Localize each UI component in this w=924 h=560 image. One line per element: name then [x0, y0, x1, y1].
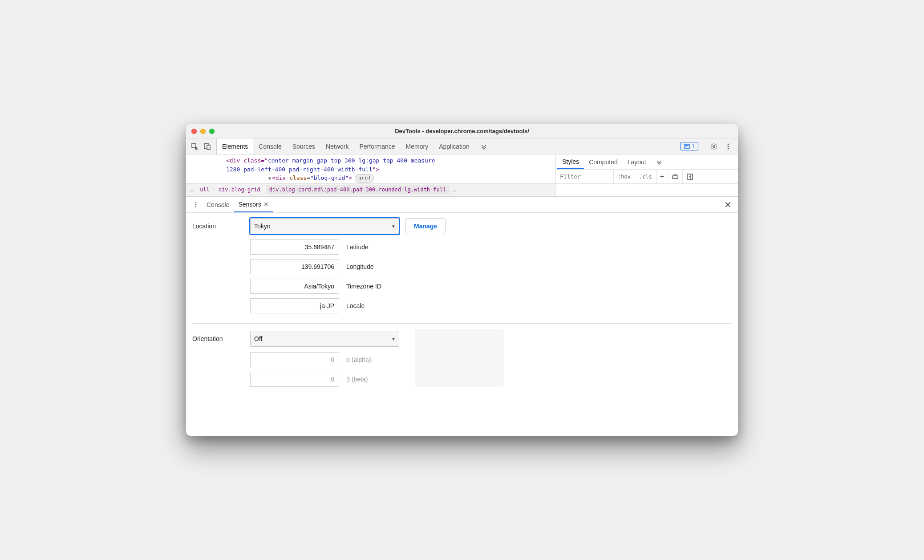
svg-rect-1 — [207, 145, 210, 150]
styles-filter-row: :hov .cls + — [555, 170, 738, 184]
panel-tabs: Elements Console Sources Network Perform… — [217, 138, 493, 154]
timezone-label: Timezone ID — [346, 283, 381, 290]
alpha-label: α (alpha) — [346, 356, 371, 363]
maximize-window-button[interactable] — [209, 129, 215, 134]
flexbox-editor-icon[interactable] — [668, 170, 682, 183]
dom-line1: <div class=" — [226, 157, 268, 164]
tab-layout[interactable]: Layout — [623, 154, 651, 169]
breadcrumb-item[interactable]: div.blog-card.md\:pad-400.pad-300.rounde… — [266, 185, 450, 194]
styles-more-icon[interactable] — [651, 154, 667, 169]
svg-point-6 — [728, 148, 729, 149]
beta-label: β (beta) — [346, 376, 368, 383]
drawer-tab-sensors-label: Sensors — [238, 201, 261, 208]
orientation-select-wrapper: Off ▼ — [250, 331, 399, 347]
inspect-element-icon[interactable] — [189, 140, 201, 153]
close-window-button[interactable] — [191, 129, 197, 134]
titlebar: DevTools - developer.chrome.com/tags/dev… — [186, 124, 738, 138]
issues-count: 1 — [692, 143, 695, 150]
tab-styles[interactable]: Styles — [557, 154, 584, 169]
styles-tabs: Styles Computed Layout — [555, 154, 738, 170]
drawer-tab-sensors[interactable]: Sensors ✕ — [234, 197, 273, 212]
new-style-rule-icon[interactable]: + — [656, 170, 668, 183]
longitude-input[interactable] — [250, 259, 339, 274]
manage-locations-button[interactable]: Manage — [405, 218, 446, 234]
main-split: <div class="center margin gap top 300 lg… — [186, 154, 738, 197]
svg-point-4 — [728, 143, 729, 145]
svg-point-11 — [195, 206, 197, 207]
location-row: Location Tokyo ▼ Manage — [192, 218, 732, 234]
dom-tree[interactable]: <div class="center margin gap top 300 lg… — [186, 154, 555, 183]
tab-application[interactable]: Application — [434, 138, 475, 154]
grid-badge[interactable]: grid — [355, 174, 374, 183]
minimize-window-button[interactable] — [200, 129, 206, 134]
drawer-kebab-icon[interactable] — [190, 199, 202, 211]
tab-elements[interactable]: Elements — [217, 138, 253, 154]
locale-row: Locale — [250, 298, 732, 313]
main-toolbar: Elements Console Sources Network Perform… — [186, 138, 738, 154]
longitude-label: Longitude — [346, 263, 374, 270]
sensors-panel: Location Tokyo ▼ Manage Latitude Longitu… — [186, 213, 738, 436]
location-label: Location — [192, 223, 250, 230]
styles-pane: Styles Computed Layout :hov .cls + — [555, 154, 738, 196]
tab-sources[interactable]: Sources — [287, 138, 320, 154]
drawer-header: Console Sensors ✕ ✕ — [186, 197, 738, 213]
svg-rect-7 — [673, 176, 678, 179]
issues-icon — [684, 143, 690, 150]
hov-button[interactable]: :hov — [613, 170, 635, 183]
tab-memory[interactable]: Memory — [401, 138, 434, 154]
tab-network[interactable]: Network — [320, 138, 354, 154]
latitude-row: Latitude — [250, 239, 732, 255]
styles-filter-input[interactable] — [555, 170, 613, 183]
close-drawer-icon[interactable]: ✕ — [721, 199, 734, 210]
locale-input[interactable] — [250, 298, 339, 313]
tab-performance[interactable]: Performance — [354, 138, 400, 154]
tab-more-icon[interactable] — [475, 138, 493, 154]
drawer-tab-console[interactable]: Console — [202, 197, 234, 212]
beta-input — [250, 372, 339, 387]
breadcrumbs: … ull div.blog-grid div.blog-card.md\:pa… — [186, 183, 555, 196]
location-select[interactable]: Tokyo — [250, 218, 399, 234]
svg-point-10 — [195, 204, 197, 205]
breadcrumb-scroll-left[interactable]: … — [188, 187, 195, 193]
toggle-device-icon[interactable] — [201, 140, 214, 153]
window-title: DevTools - developer.chrome.com/tags/dev… — [186, 128, 738, 134]
kebab-menu-icon[interactable] — [722, 140, 734, 153]
disclosure-triangle-icon[interactable]: ▼ — [268, 176, 271, 181]
breadcrumb-item[interactable]: div.blog-grid — [215, 185, 264, 194]
svg-point-3 — [713, 145, 715, 147]
alpha-input — [250, 352, 339, 367]
svg-point-5 — [728, 146, 729, 147]
settings-icon[interactable] — [708, 140, 720, 153]
issues-badge[interactable]: 1 — [680, 142, 698, 150]
computed-sidebar-icon[interactable] — [682, 170, 697, 183]
svg-rect-2 — [684, 144, 689, 149]
breadcrumb-scroll-right[interactable]: … — [451, 187, 458, 193]
separator — [703, 142, 703, 151]
location-select-wrapper: Tokyo ▼ — [250, 218, 399, 234]
breadcrumb-item[interactable]: ull — [196, 185, 213, 194]
orientation-label: Orientation — [192, 335, 250, 342]
orientation-row: Orientation Off ▼ — [192, 331, 732, 347]
traffic-lights — [186, 129, 215, 134]
latitude-label: Latitude — [346, 243, 369, 251]
orientation-select[interactable]: Off — [250, 331, 399, 347]
timezone-input[interactable] — [250, 279, 339, 294]
tab-computed[interactable]: Computed — [584, 154, 623, 169]
locale-label: Locale — [346, 302, 365, 309]
close-sensors-tab-icon[interactable]: ✕ — [263, 201, 269, 208]
devtools-window: DevTools - developer.chrome.com/tags/dev… — [186, 124, 738, 436]
timezone-row: Timezone ID — [250, 279, 732, 294]
section-separator — [192, 323, 732, 324]
svg-point-9 — [195, 202, 197, 203]
latitude-input[interactable] — [250, 239, 339, 255]
tab-console[interactable]: Console — [253, 138, 287, 154]
elements-panel: <div class="center margin gap top 300 lg… — [186, 154, 555, 196]
orientation-preview — [415, 329, 504, 387]
cls-button[interactable]: .cls — [635, 170, 656, 183]
longitude-row: Longitude — [250, 259, 732, 274]
